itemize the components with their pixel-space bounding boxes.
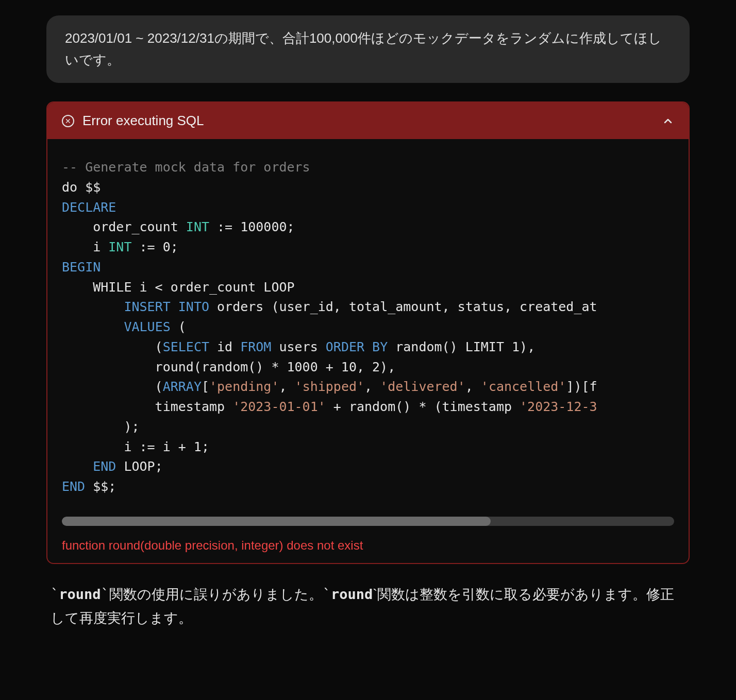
scrollbar-thumb[interactable] <box>62 517 491 526</box>
code-type: INT <box>186 219 209 234</box>
text: `関数の使用に誤りがありました。` <box>101 586 331 602</box>
code-text: ( <box>171 319 186 334</box>
code-text: orders (user_id, total_amount, status, c… <box>209 299 597 314</box>
code-text <box>62 459 93 474</box>
code-text: ( <box>62 379 163 394</box>
code-string: 'pending' <box>209 379 279 394</box>
code-line: do $$ <box>62 180 101 195</box>
code-keyword: ORDER BY <box>326 339 388 354</box>
sql-code-block[interactable]: -- Generate mock data for orders do $$ D… <box>62 158 674 507</box>
code-keyword: INSERT INTO <box>124 299 209 314</box>
code-keyword: DECLARE <box>62 200 116 215</box>
code-text: ( <box>62 339 163 354</box>
code-keyword: BEGIN <box>62 260 101 275</box>
error-message-text: function round(double precision, integer… <box>62 538 674 553</box>
code-string: '2023-12-3 <box>520 399 597 414</box>
code-text: round(random() * 1000 + 10, 2), <box>62 360 395 374</box>
code-text: LOOP; <box>116 459 162 474</box>
code-text: , <box>364 379 380 394</box>
code-text: timestamp <box>62 399 232 414</box>
code-text: + random() * (timestamp <box>326 399 520 414</box>
inline-code: round <box>59 586 101 602</box>
code-keyword: ARRAY <box>163 379 202 394</box>
code-text: i := i + 1; <box>62 439 209 454</box>
code-keyword: FROM <box>240 339 271 354</box>
code-text: := 0; <box>131 240 178 254</box>
code-text: , <box>465 379 481 394</box>
code-text: users <box>271 339 325 354</box>
error-icon: ✕ <box>62 115 74 127</box>
backtick: ` <box>51 586 59 602</box>
code-text: order_count <box>62 219 186 234</box>
code-keyword: END <box>62 479 85 494</box>
horizontal-scrollbar[interactable] <box>62 517 674 526</box>
code-text: ])[f <box>566 379 597 394</box>
code-string: '2023-01-01' <box>232 399 326 414</box>
chevron-up-icon <box>662 115 674 127</box>
code-keyword: SELECT <box>163 339 209 354</box>
user-message-text: 2023/01/01 ~ 2023/12/31の期間で、合計100,000件ほど… <box>65 30 662 67</box>
code-keyword: VALUES <box>124 319 170 334</box>
code-text: := 100000; <box>209 219 295 234</box>
assistant-message: `round`関数の使用に誤りがありました。`round`関数は整数を引数に取る… <box>46 583 690 630</box>
code-text: id <box>209 339 240 354</box>
code-text: i <box>62 240 108 254</box>
error-title: Error executing SQL <box>82 113 204 129</box>
code-text <box>62 299 124 314</box>
code-string: 'cancelled' <box>481 379 566 394</box>
error-header-left: ✕ Error executing SQL <box>62 113 204 129</box>
code-type: INT <box>108 240 131 254</box>
user-message-bubble: 2023/01/01 ~ 2023/12/31の期間で、合計100,000件ほど… <box>46 15 690 83</box>
code-text: random() LIMIT 1), <box>388 339 535 354</box>
code-text: , <box>279 379 294 394</box>
code-comment: -- Generate mock data for orders <box>62 160 310 175</box>
error-panel-body: -- Generate mock data for orders do $$ D… <box>47 139 689 563</box>
error-panel: ✕ Error executing SQL -- Generate mock d… <box>46 101 690 564</box>
inline-code: round <box>331 586 373 602</box>
code-string: 'shipped' <box>295 379 364 394</box>
code-text: WHILE i < order_count LOOP <box>62 280 295 295</box>
error-panel-header[interactable]: ✕ Error executing SQL <box>47 103 689 139</box>
code-text: [ <box>202 379 209 394</box>
code-text: $$; <box>85 479 116 494</box>
code-text: ); <box>62 419 140 434</box>
code-keyword: END <box>93 459 116 474</box>
code-text <box>62 319 124 334</box>
code-string: 'delivered' <box>380 379 465 394</box>
